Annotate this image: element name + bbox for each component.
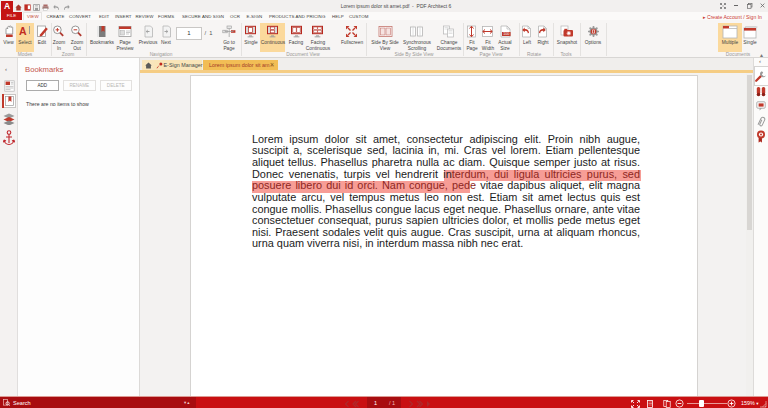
svg-text:100: 100 (503, 32, 509, 36)
